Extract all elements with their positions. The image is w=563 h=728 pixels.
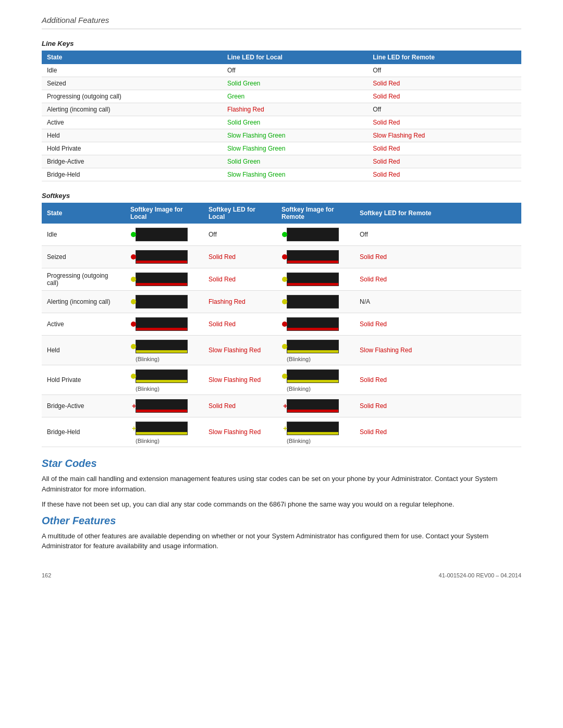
sk-remote-led: Solid Red (354, 268, 521, 291)
page-number: 162 (42, 572, 51, 578)
table-row: SeizedSolid RedSolid Red (42, 246, 521, 268)
blinking-label: (Blinking) (136, 356, 160, 362)
sk-local-led: Slow Flashing Red (203, 417, 276, 447)
sk-state: Alerting (incoming call) (42, 291, 125, 313)
sk-state: Seized (42, 246, 125, 268)
table-row: Held(Blinking)Slow Flashing Red(Blinking… (42, 336, 521, 365)
lk-state: Hold Private (42, 142, 222, 155)
lk-remote-led: Solid Red (368, 142, 521, 155)
sk-remote-img (276, 246, 354, 268)
lk-col-remote: Line LED for Remote (368, 51, 521, 64)
sk-remote-led: Solid Red (354, 395, 521, 417)
sk-local-led: Solid Red (203, 246, 276, 268)
lk-local-led: Slow Flashing Green (222, 129, 368, 142)
lk-state: Bridge-Held (42, 168, 222, 181)
sk-local-img (125, 313, 203, 336)
sk-remote-led: Slow Flashing Red (354, 336, 521, 365)
lk-col-local: Line LED for Local (222, 51, 368, 64)
sk-remote-led: Solid Red (354, 246, 521, 268)
sk-remote-led: Solid Red (354, 365, 521, 395)
line-keys-section: Line Keys State Line LED for Local Line … (42, 40, 521, 181)
softkey-image (130, 249, 188, 265)
page-header: Additional Features (42, 16, 521, 24)
sk-local-led: Slow Flashing Red (203, 336, 276, 365)
sk-col-remote-led: Softkey LED for Remote (354, 203, 521, 224)
lk-remote-led: Solid Red (368, 116, 521, 129)
line-keys-table: State Line LED for Local Line LED for Re… (42, 51, 521, 181)
sk-local-img: + (125, 395, 203, 417)
table-row: Bridge-Active+Solid Red+Solid Red (42, 395, 521, 417)
blinking-label: (Blinking) (136, 438, 160, 444)
softkey-image: + (282, 420, 339, 437)
softkey-image (282, 338, 339, 355)
sk-state: Active (42, 313, 125, 336)
blinking-label: (Blinking) (287, 356, 311, 362)
table-row: Progressing (outgoing call)GreenSolid Re… (42, 90, 521, 103)
softkey-image: + (130, 420, 188, 437)
other-features-para1: A multitude of other features are availa… (42, 531, 521, 551)
sk-remote-led: Off (354, 224, 521, 246)
table-row: IdleOffOff (42, 64, 521, 77)
table-row: Bridge-Held+(Blinking)Slow Flashing Red+… (42, 417, 521, 447)
softkey-image (130, 338, 188, 355)
sk-local-img (125, 268, 203, 291)
sk-remote-img (276, 224, 354, 246)
softkey-image (130, 271, 188, 288)
softkey-image (130, 226, 188, 243)
softkey-image (130, 316, 188, 332)
blinking-label: (Blinking) (136, 386, 160, 392)
sk-local-led: Solid Red (203, 313, 276, 336)
lk-state: Idle (42, 64, 222, 77)
sk-state: Bridge-Active (42, 395, 125, 417)
doc-info: 41-001524-00 REV00 – 04.2014 (439, 572, 521, 578)
table-row: Progressing (outgoing call)Solid RedSoli… (42, 268, 521, 291)
softkeys-title: Softkeys (42, 192, 521, 200)
lk-state: Alerting (incoming call) (42, 103, 222, 116)
line-keys-title: Line Keys (42, 40, 521, 47)
softkey-image (282, 293, 339, 310)
lk-local-led: Off (222, 64, 368, 77)
table-row: Hold Private(Blinking)Slow Flashing Red(… (42, 365, 521, 395)
sk-remote-led: Solid Red (354, 417, 521, 447)
softkey-image (282, 368, 339, 385)
softkeys-section: Softkeys State Softkey Image for Local S… (42, 192, 521, 447)
lk-local-led: Slow Flashing Green (222, 168, 368, 181)
table-row: IdleOffOff (42, 224, 521, 246)
softkey-image: + (282, 398, 339, 414)
sk-local-img: (Blinking) (125, 336, 203, 365)
other-features-section: Other Features A multitude of other feat… (42, 515, 521, 551)
lk-remote-led: Solid Red (368, 90, 521, 103)
sk-state: Bridge-Held (42, 417, 125, 447)
sk-state: Held (42, 336, 125, 365)
lk-col-state: State (42, 51, 222, 64)
table-row: HeldSlow Flashing GreenSlow Flashing Red (42, 129, 521, 142)
footer: 162 41-001524-00 REV00 – 04.2014 (42, 572, 521, 578)
sk-state: Idle (42, 224, 125, 246)
softkey-image (282, 226, 339, 243)
lk-remote-led: Solid Red (368, 155, 521, 168)
sk-remote-img (276, 313, 354, 336)
lk-local-led: Solid Green (222, 155, 368, 168)
table-row: ActiveSolid GreenSolid Red (42, 116, 521, 129)
table-row: SeizedSolid GreenSolid Red (42, 77, 521, 90)
sk-local-led: Flashing Red (203, 291, 276, 313)
star-codes-heading: Star Codes (42, 458, 521, 470)
sk-local-img: (Blinking) (125, 365, 203, 395)
sk-remote-img: (Blinking) (276, 365, 354, 395)
lk-remote-led: Solid Red (368, 77, 521, 90)
sk-remote-img: + (276, 395, 354, 417)
softkeys-table: State Softkey Image for Local Softkey LE… (42, 203, 521, 447)
table-row: Bridge-HeldSlow Flashing GreenSolid Red (42, 168, 521, 181)
lk-remote-led: Slow Flashing Red (368, 129, 521, 142)
lk-local-led: Green (222, 90, 368, 103)
blinking-label: (Blinking) (287, 438, 311, 444)
table-row: Alerting (incoming call)Flashing RedOff (42, 103, 521, 116)
sk-col-remote-img: Softkey Image for Remote (276, 203, 354, 224)
sk-local-led: Off (203, 224, 276, 246)
sk-col-local-img: Softkey Image for Local (125, 203, 203, 224)
lk-state: Active (42, 116, 222, 129)
sk-local-led: Slow Flashing Red (203, 365, 276, 395)
table-row: Bridge-ActiveSolid GreenSolid Red (42, 155, 521, 168)
star-codes-section: Star Codes All of the main call handling… (42, 458, 521, 510)
sk-remote-led: Solid Red (354, 313, 521, 336)
